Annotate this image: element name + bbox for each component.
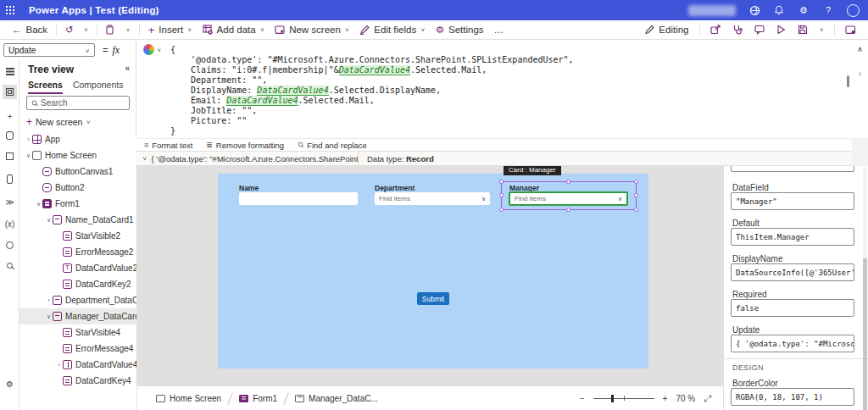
- property-input-datafield[interactable]: "Manager": [731, 192, 854, 210]
- environment-icon[interactable]: [748, 4, 760, 16]
- breadcrumb-manager-datac-[interactable]: Manager_DataC...: [288, 394, 385, 403]
- tree-search-input[interactable]: Search: [26, 96, 130, 110]
- property-label-update: Update: [732, 325, 760, 335]
- power-automate-icon[interactable]: ≫: [3, 195, 17, 209]
- property-input-default[interactable]: ThisItem.Manager: [731, 228, 854, 246]
- formula-scrollbar-thumb[interactable]: [847, 75, 849, 87]
- paste-menu-button[interactable]: ∨: [120, 25, 136, 36]
- name-text-input[interactable]: [239, 192, 358, 205]
- manager-combobox[interactable]: Find items∨: [509, 191, 628, 206]
- tree-item-buttoncanvas1[interactable]: ButtonCanvas1: [19, 163, 136, 180]
- rail-settings-icon[interactable]: ⚙: [3, 377, 17, 391]
- tree-item-datacardkey4[interactable]: DataCardKey4: [19, 373, 136, 389]
- variables-icon[interactable]: (x): [3, 217, 17, 231]
- expand-right-icon[interactable]: ›: [852, 69, 868, 78]
- new-screen-dropdown[interactable]: + New screen∨: [26, 116, 91, 128]
- advanced-tools-icon[interactable]: [3, 238, 17, 252]
- collapse-panel-icon[interactable]: «: [125, 64, 130, 75]
- more-commands-button[interactable]: …: [489, 23, 509, 36]
- lbl-control-icon: [63, 376, 72, 385]
- format-text-button[interactable]: ≡Format text: [144, 141, 192, 150]
- settings-gear-icon[interactable]: ⚙: [798, 4, 810, 16]
- breadcrumb-label: Form1: [253, 394, 277, 403]
- formula-result-summary[interactable]: ∨{ '@odata.type': "#Microsoft.Azure.Conn…: [136, 154, 358, 163]
- breadcrumb-form1[interactable]: Form1: [232, 394, 284, 403]
- zoom-slider[interactable]: [593, 394, 654, 403]
- breadcrumb-home-screen[interactable]: Home Screen: [149, 394, 228, 403]
- chevron-right-icon[interactable]: ›: [55, 362, 63, 368]
- save-menu-button[interactable]: ∨: [815, 25, 830, 36]
- tree-item-department_datacard1[interactable]: ›Department_DataCard1: [19, 292, 136, 308]
- property-input-required[interactable]: false: [731, 299, 854, 317]
- settings-button[interactable]: ⚙Settings: [431, 22, 489, 37]
- insert-button[interactable]: +Insert∨: [143, 22, 198, 38]
- new-screen-button[interactable]: New screen∨: [270, 23, 354, 36]
- tree-item-datacardkey2[interactable]: DataCardKey2: [19, 276, 136, 292]
- menu-icon[interactable]: [3, 64, 17, 79]
- preview-play-button[interactable]: [771, 23, 791, 36]
- tree-item-app[interactable]: ›App: [19, 131, 136, 147]
- paste-button[interactable]: [101, 23, 120, 36]
- chevron-down-icon[interactable]: ∨: [45, 313, 53, 320]
- remove-formatting-button[interactable]: ≣Remove formatting: [206, 141, 284, 150]
- save-button[interactable]: [793, 23, 813, 36]
- undo-button[interactable]: ↺: [60, 22, 79, 37]
- insert-icon[interactable]: ＋: [3, 108, 17, 123]
- zoom-out-button[interactable]: −: [580, 394, 585, 403]
- tree-item-errormessage2[interactable]: ErrorMessage2: [19, 244, 136, 260]
- tree-item-datacardvalue2[interactable]: DataCardValue2: [19, 260, 136, 276]
- property-input-bordercolor[interactable]: RGBA(0, 18, 107, 1): [731, 388, 854, 406]
- chevron-down-icon[interactable]: ∨: [25, 152, 32, 159]
- app-canvas[interactable]: Name Department Find items∨ Manager Find…: [218, 174, 648, 368]
- tab-screens[interactable]: Screens: [28, 80, 63, 94]
- app-checker-button[interactable]: [727, 23, 748, 36]
- editing-mode-button[interactable]: Editing: [639, 23, 693, 36]
- notifications-bell-icon[interactable]: [773, 4, 785, 16]
- tree-item-form1[interactable]: ∨Form1: [19, 196, 136, 212]
- media-icon[interactable]: [3, 149, 17, 163]
- property-input-displayname[interactable]: DataSourceInfo([@'365User'],DataSourc...: [731, 263, 854, 281]
- tree-search-placeholder: Search: [41, 98, 68, 108]
- fit-to-window-icon[interactable]: ⤢: [704, 393, 711, 404]
- help-icon[interactable]: ?: [822, 4, 834, 16]
- formula-code-line: JobTitle: "",: [170, 106, 574, 116]
- find-replace-button[interactable]: Find and replace: [298, 141, 367, 150]
- tree-view-title: Tree view: [28, 64, 74, 75]
- tree-item-datacardvalue4[interactable]: ›DataCardValue4: [19, 357, 136, 373]
- chevron-down-icon[interactable]: ∨: [45, 217, 53, 224]
- zoom-level[interactable]: 70 %: [676, 394, 695, 403]
- tree-item-starvisible2[interactable]: StarVisible2: [19, 228, 136, 244]
- property-selector[interactable]: Update∨: [3, 43, 95, 57]
- tree-item-manager_datacard1[interactable]: ∨Manager_DataCard1...: [19, 308, 136, 324]
- account-avatar[interactable]: [847, 4, 860, 17]
- collapse-formula-bar-icon[interactable]: ∧: [852, 45, 868, 53]
- chevron-right-icon[interactable]: ›: [25, 136, 32, 142]
- submit-button[interactable]: Submit: [417, 292, 449, 305]
- tree-item-starvisible4[interactable]: StarVisible4: [19, 324, 136, 341]
- tree-item-home screen[interactable]: ∨Home Screen: [19, 147, 136, 163]
- controls-icon[interactable]: [3, 172, 17, 186]
- property-input-update[interactable]: { '@odata.type': "#Microsoft.Azure.Co...: [731, 335, 854, 352]
- edit-fields-button[interactable]: Edit fields∨: [354, 23, 430, 36]
- copilot-button[interactable]: ∨: [143, 44, 162, 55]
- undo-menu-button[interactable]: ∨: [79, 25, 94, 36]
- add-data-button[interactable]: Add data∨: [198, 23, 270, 36]
- properties-scrollbar[interactable]: [863, 167, 867, 410]
- back-button[interactable]: ←Back: [7, 23, 53, 36]
- waffle-menu-icon[interactable]: [0, 0, 20, 20]
- search-icon[interactable]: [3, 258, 17, 273]
- publish-button[interactable]: [840, 24, 861, 36]
- tree-item-button2[interactable]: Button2: [19, 180, 136, 196]
- share-button[interactable]: [705, 23, 726, 36]
- data-icon[interactable]: [3, 128, 17, 142]
- chevron-down-icon[interactable]: ∨: [35, 201, 42, 208]
- tree-item-errormessage4[interactable]: ErrorMessage4: [19, 341, 136, 357]
- tree-view-icon[interactable]: [3, 85, 17, 99]
- chevron-right-icon[interactable]: ›: [45, 297, 53, 303]
- department-combobox[interactable]: Find items∨: [375, 192, 490, 205]
- comments-button[interactable]: [749, 23, 770, 36]
- tree-item-name_datacard1[interactable]: ∨Name_DataCard1: [19, 212, 136, 228]
- tab-components[interactable]: Components: [73, 80, 124, 94]
- formula-editor[interactable]: ∨ { '@odata.type': "#Microsoft.Azure.Con…: [136, 40, 852, 138]
- zoom-in-button[interactable]: +: [663, 394, 668, 403]
